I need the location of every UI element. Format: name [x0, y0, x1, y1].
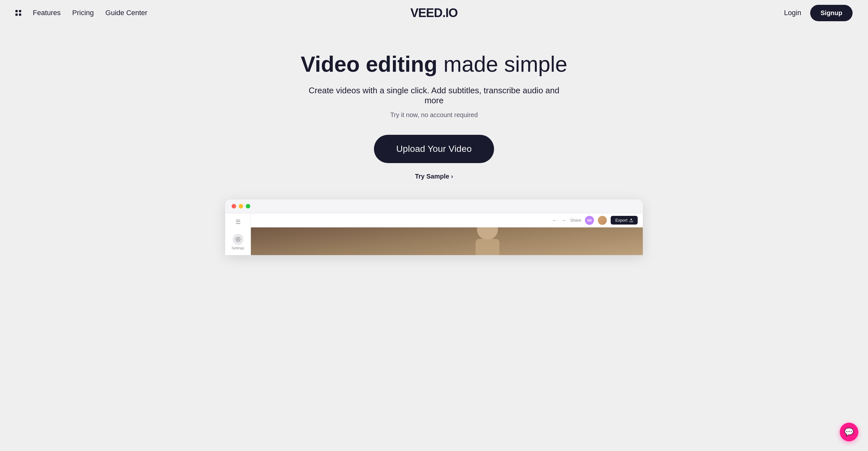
hero-section: Video editing made simple Create videos …	[0, 26, 868, 255]
share-label[interactable]: Share	[570, 218, 582, 223]
avatar-photo	[598, 216, 607, 225]
avatar-initials: SK	[585, 216, 594, 225]
nav-guide-center-link[interactable]: Guide Center	[105, 9, 148, 17]
window-maximize-dot	[246, 204, 250, 208]
undo-icon[interactable]: ←	[552, 218, 557, 223]
try-sample-arrow-icon: ›	[451, 173, 453, 180]
settings-label: Settings	[231, 246, 245, 250]
nav-left: Features Pricing Guide Center	[16, 9, 148, 17]
export-label: Export	[615, 218, 627, 223]
app-titlebar	[225, 199, 643, 213]
hero-title-regular: made simple	[437, 52, 567, 76]
grid-menu-icon[interactable]	[16, 10, 21, 16]
signup-button[interactable]: Signup	[810, 5, 852, 21]
upload-video-button[interactable]: Upload Your Video	[374, 135, 494, 163]
sidebar-menu-icon[interactable]: ☰	[236, 219, 241, 225]
app-preview: ☰ Settings ← →	[225, 199, 643, 255]
app-main: ← → Share SK Export	[251, 213, 643, 255]
app-body: ☰ Settings ← →	[225, 213, 643, 255]
video-preview	[251, 227, 643, 255]
login-link[interactable]: Login	[784, 9, 801, 17]
sidebar-settings-area: Settings	[231, 234, 245, 255]
nav-pricing-link[interactable]: Pricing	[72, 9, 94, 17]
nav-features-link[interactable]: Features	[33, 9, 61, 17]
window-minimize-dot	[239, 204, 243, 208]
try-sample-link[interactable]: Try Sample ›	[415, 173, 453, 180]
navbar: Features Pricing Guide Center VEED.IO Lo…	[0, 0, 868, 26]
app-sidebar: ☰ Settings	[225, 213, 251, 255]
logo[interactable]: VEED.IO	[410, 6, 458, 20]
hero-subtitle: Create videos with a single click. Add s…	[306, 86, 562, 106]
hero-title-bold: Video editing	[301, 52, 437, 76]
redo-icon[interactable]: →	[561, 218, 566, 223]
hero-title: Video editing made simple	[301, 52, 567, 77]
app-topbar: ← → Share SK Export	[251, 213, 643, 227]
settings-icon[interactable]	[232, 234, 244, 245]
hero-note: Try it now, no account required	[390, 111, 478, 119]
export-button[interactable]: Export	[611, 216, 638, 225]
app-canvas	[251, 227, 643, 255]
chat-icon: 💬	[844, 427, 854, 436]
chat-button[interactable]: 💬	[840, 423, 858, 441]
try-sample-label: Try Sample	[415, 173, 450, 180]
nav-right: Login Signup	[784, 5, 852, 21]
video-thumbnail-svg	[251, 227, 643, 255]
svg-rect-4	[475, 239, 499, 255]
export-icon	[629, 219, 633, 222]
svg-point-0	[238, 239, 239, 240]
svg-rect-2	[251, 227, 643, 255]
window-close-dot	[231, 204, 236, 208]
